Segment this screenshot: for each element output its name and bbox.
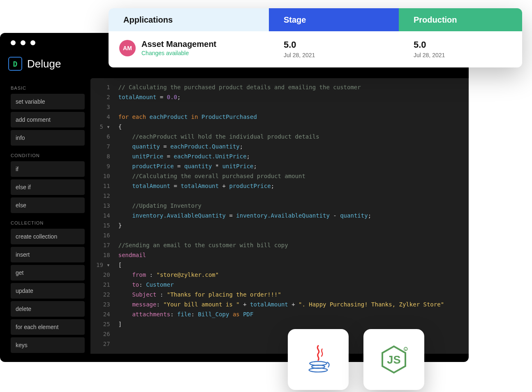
code-line[interactable]: //Sending an email to the customer with … bbox=[118, 240, 444, 250]
node-card[interactable]: JS R bbox=[363, 329, 424, 390]
code-line[interactable]: totalAmount = totalAmount + productPrice… bbox=[118, 181, 444, 191]
sidebar-item-info[interactable]: info bbox=[11, 130, 85, 146]
code-line[interactable]: Subject : "Thanks for placing the order!… bbox=[118, 290, 444, 299]
code-line[interactable]: [ bbox=[118, 260, 444, 270]
sidebar-section-title: BASIC bbox=[11, 86, 85, 90]
traffic-light-max-icon[interactable] bbox=[30, 40, 35, 45]
sidebar: BASICset variableadd commentinfoCONDITIO… bbox=[0, 78, 90, 354]
line-number: 23 bbox=[96, 299, 110, 309]
brand-name: Deluge bbox=[27, 58, 61, 70]
sidebar-item-else-if[interactable]: else if bbox=[11, 179, 85, 195]
line-number: 19 bbox=[96, 260, 110, 270]
sidebar-item-get[interactable]: get bbox=[11, 265, 85, 281]
code-line[interactable]: from : "store@zylker.com" bbox=[118, 270, 444, 280]
traffic-light-min-icon[interactable] bbox=[21, 40, 25, 45]
sidebar-item-add-comment[interactable]: add comment bbox=[11, 112, 85, 128]
svg-text:R: R bbox=[405, 348, 407, 351]
code-line[interactable] bbox=[118, 191, 444, 201]
code-line[interactable] bbox=[118, 102, 444, 112]
line-number: 26 bbox=[96, 329, 110, 339]
line-number: 22 bbox=[96, 290, 110, 299]
code-line[interactable]: totalAmount = 0.0; bbox=[118, 92, 444, 102]
brand-icon: D bbox=[8, 57, 22, 71]
code-line[interactable]: to: Customer bbox=[118, 280, 444, 290]
line-number: 12 bbox=[96, 191, 110, 201]
sidebar-item-update[interactable]: update bbox=[11, 283, 85, 299]
editor-body: BASICset variableadd commentinfoCONDITIO… bbox=[0, 78, 469, 354]
line-number: 2 bbox=[96, 92, 110, 102]
deployment-card: Applications Stage Production AM Asset M… bbox=[109, 8, 522, 67]
production-cell: 5.0 Jul 28, 2021 bbox=[399, 39, 522, 58]
java-card[interactable] bbox=[288, 329, 349, 390]
nodejs-icon: JS R bbox=[377, 343, 410, 376]
code-line[interactable]: //Updating Inventory bbox=[118, 201, 444, 211]
code-line[interactable]: //eachProduct will hold the individual p… bbox=[118, 132, 444, 141]
line-number: 20 bbox=[96, 270, 110, 280]
code-editor[interactable]: 1234567891011121314151617181920212223242… bbox=[90, 78, 469, 354]
app-status: Changes available bbox=[141, 50, 216, 56]
application-cell: AM Asset Management Changes available bbox=[109, 39, 269, 56]
sidebar-item-for-each-element[interactable]: for each element bbox=[11, 319, 85, 335]
code-line[interactable]: // Calculating the purchased product det… bbox=[118, 82, 444, 92]
stage-cell: 5.0 Jul 28, 2021 bbox=[269, 39, 399, 58]
code-line[interactable]: inventory.AvailableQuantity = inventory.… bbox=[118, 211, 444, 220]
code-line[interactable]: unitPrice = eachProduct.UnitPrice; bbox=[118, 151, 444, 161]
line-number: 27 bbox=[96, 339, 110, 349]
stage-version: 5.0 bbox=[284, 39, 399, 50]
code-line[interactable]: sendmail bbox=[118, 250, 444, 260]
line-number: 9 bbox=[96, 161, 110, 171]
sidebar-item-else[interactable]: else bbox=[11, 197, 85, 213]
line-number: 17 bbox=[96, 240, 110, 250]
java-icon bbox=[302, 343, 335, 376]
production-date: Jul 28, 2021 bbox=[414, 52, 522, 58]
line-number: 7 bbox=[96, 141, 110, 151]
editor-window: D Deluge BASICset variableadd commentinf… bbox=[0, 33, 469, 362]
sidebar-section-title: COLLECTION bbox=[11, 220, 85, 225]
line-number: 6 bbox=[96, 132, 110, 141]
code-line[interactable] bbox=[118, 230, 444, 240]
sidebar-item-create-collection[interactable]: create collection bbox=[11, 229, 85, 244]
deployment-row[interactable]: AM Asset Management Changes available 5.… bbox=[109, 31, 522, 67]
app-name: Asset Management bbox=[141, 39, 216, 49]
line-number: 11 bbox=[96, 181, 110, 191]
line-number: 5 bbox=[96, 122, 110, 132]
sidebar-item-keys[interactable]: keys bbox=[11, 337, 85, 353]
header-production: Production bbox=[399, 8, 522, 31]
line-number: 25 bbox=[96, 319, 110, 329]
stage-date: Jul 28, 2021 bbox=[284, 52, 399, 58]
sidebar-item-if[interactable]: if bbox=[11, 161, 85, 177]
header-applications: Applications bbox=[109, 8, 269, 31]
line-number: 8 bbox=[96, 151, 110, 161]
code-line[interactable]: //Calculating the overall purchased prod… bbox=[118, 171, 444, 181]
line-number: 18 bbox=[96, 250, 110, 260]
traffic-light-close-icon[interactable] bbox=[11, 40, 16, 45]
code-line[interactable]: for each eachProduct in ProductPurchased bbox=[118, 112, 444, 122]
line-number: 14 bbox=[96, 211, 110, 220]
sidebar-item-delete[interactable]: delete bbox=[11, 301, 85, 317]
code-content[interactable]: // Calculating the purchased product det… bbox=[113, 78, 449, 354]
app-badge: AM bbox=[119, 40, 136, 56]
code-line[interactable]: { bbox=[118, 122, 444, 132]
code-line[interactable]: ] bbox=[118, 319, 444, 329]
code-line[interactable]: productPrice = quantity * unitPrice; bbox=[118, 161, 444, 171]
line-number: 4 bbox=[96, 112, 110, 122]
line-number: 16 bbox=[96, 230, 110, 240]
line-number: 24 bbox=[96, 309, 110, 319]
line-number: 3 bbox=[96, 102, 110, 112]
code-line[interactable]: } bbox=[118, 220, 444, 230]
line-number: 1 bbox=[96, 82, 110, 92]
sidebar-section-title: CONDITION bbox=[11, 153, 85, 158]
production-version: 5.0 bbox=[414, 39, 522, 50]
line-number: 21 bbox=[96, 280, 110, 290]
code-line[interactable]: attachments: file: Bill_Copy as PDF bbox=[118, 309, 444, 319]
code-line[interactable]: message: "Your bill amount is " + totalA… bbox=[118, 299, 444, 309]
code-line[interactable]: quantity = eachProduct.Quantity; bbox=[118, 141, 444, 151]
line-number: 15 bbox=[96, 220, 110, 230]
line-number: 13 bbox=[96, 201, 110, 211]
sidebar-item-insert[interactable]: insert bbox=[11, 247, 85, 262]
header-stage: Stage bbox=[269, 8, 399, 31]
line-number: 10 bbox=[96, 171, 110, 181]
deployment-header: Applications Stage Production bbox=[109, 8, 522, 31]
line-gutter: 1234567891011121314151617181920212223242… bbox=[90, 78, 113, 354]
sidebar-item-set-variable[interactable]: set variable bbox=[11, 94, 85, 109]
